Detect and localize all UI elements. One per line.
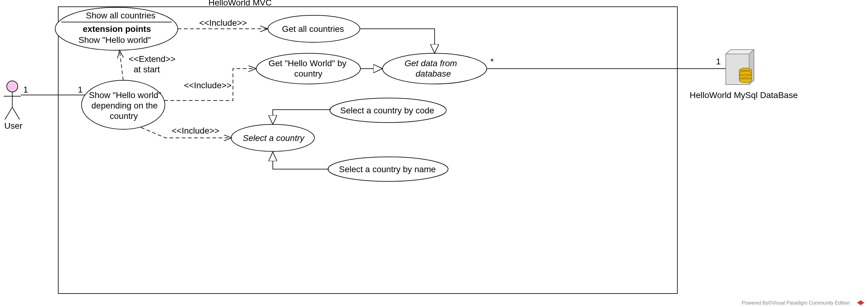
uc-show-all-countries-extname: Show "Hello world" xyxy=(79,35,151,45)
svg-point-8 xyxy=(382,53,487,84)
system-boundary xyxy=(58,7,677,294)
watermark-icon xyxy=(857,300,864,305)
watermark: Powered By©Visual Paradigm Community Edi… xyxy=(742,300,850,305)
uc-get-data-db-label-1: Get data from xyxy=(405,59,457,68)
gen-allcountries-db xyxy=(360,29,435,53)
usecase-select-country-by-name: Select a country by name xyxy=(328,157,448,181)
uc-show-hello-dep-1: Show "Hello world" xyxy=(89,90,161,100)
lbl-include-3: <<Include>> xyxy=(172,126,219,135)
uc-select-by-code-label: Select a country by code xyxy=(340,106,434,115)
svg-point-0 xyxy=(7,81,18,92)
mult-db-1: 1 xyxy=(716,57,721,66)
uc-get-hello-label-2: country xyxy=(294,69,322,79)
lbl-extend: <<Extend>> xyxy=(129,54,176,64)
uc-get-all-countries-label: Get all countries xyxy=(282,24,344,34)
actor-user: User xyxy=(4,81,22,130)
uc-get-data-db-label-2: database xyxy=(415,69,451,79)
mult-user-2: 1 xyxy=(78,85,83,94)
lbl-include-1: <<Include>> xyxy=(199,18,247,28)
usecase-show-hello-depending: Show "Hello world" depending on the coun… xyxy=(82,80,165,129)
uc-show-hello-dep-3: country xyxy=(110,111,138,121)
svg-line-3 xyxy=(5,107,12,120)
dep-extend xyxy=(120,50,123,80)
usecase-show-all-countries: Show all countries extension points Show… xyxy=(55,7,178,50)
uc-show-hello-dep-2: depending on the xyxy=(91,101,158,110)
usecase-select-country: Select a country xyxy=(231,124,314,151)
usecase-get-data-db: Get data from database xyxy=(382,53,487,84)
svg-line-4 xyxy=(12,107,20,120)
lbl-extend-cond: at start xyxy=(134,65,160,74)
actor-database-label: HelloWorld MySql DataBase xyxy=(690,90,798,100)
gen-selectbycode xyxy=(273,110,331,124)
uc-get-hello-label-1: Get "Hello World" by xyxy=(269,59,346,68)
actor-database: HelloWorld MySql DataBase xyxy=(690,50,798,100)
mult-user-1: 1 xyxy=(23,85,28,94)
lbl-include-2: <<Include>> xyxy=(184,81,232,90)
svg-point-9 xyxy=(256,53,361,84)
gen-selectbyname xyxy=(273,152,329,169)
system-boundary-title: HelloWorld MVC xyxy=(209,0,272,7)
uc-show-all-countries-extlabel: extension points xyxy=(83,24,151,34)
usecase-select-country-by-code: Select a country by code xyxy=(330,98,446,123)
uc-select-country-label: Select a country xyxy=(243,133,305,143)
svg-marker-12 xyxy=(726,50,754,54)
uc-select-by-name-label: Select a country by name xyxy=(339,164,436,174)
actor-user-label: User xyxy=(4,121,22,130)
mult-db-star: * xyxy=(490,57,494,66)
uc-show-all-countries-title: Show all countries xyxy=(86,11,155,20)
usecase-get-hello-by-country: Get "Hello World" by country xyxy=(256,53,361,84)
usecase-get-all-countries: Get all countries xyxy=(268,15,360,42)
